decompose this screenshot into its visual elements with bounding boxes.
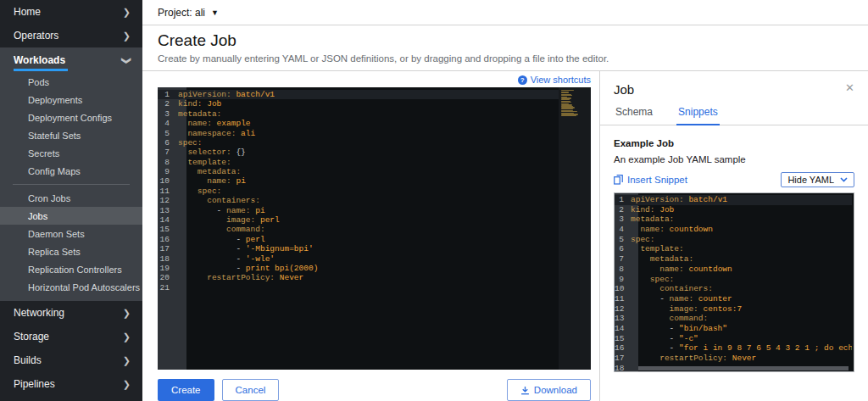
- line-number: 4: [615, 225, 631, 235]
- snippet-actions-row: Insert Snippet Hide YAML: [614, 172, 854, 187]
- code-line[interactable]: 4 name: countdown: [615, 225, 852, 235]
- line-number: 5: [158, 129, 178, 138]
- code-line[interactable]: 10 name: pi: [158, 176, 559, 186]
- project-selector[interactable]: Project: ali: [158, 7, 205, 19]
- line-number: 7: [158, 148, 178, 157]
- code-line[interactable]: 1apiVersion: batch/v1: [615, 195, 852, 205]
- sidebar-item-home[interactable]: Home❯: [0, 0, 142, 24]
- code-line[interactable]: 5 namespace: ali: [158, 129, 559, 138]
- sidebar-item-cron-jobs[interactable]: Cron Jobs: [0, 189, 142, 207]
- code-line[interactable]: 16 - perl: [158, 235, 559, 244]
- hide-yaml-select[interactable]: Hide YAML: [781, 172, 854, 187]
- sidebar-item-horizontal-pod-autoscalers[interactable]: Horizontal Pod Autoscalers: [0, 278, 142, 296]
- code-line[interactable]: 6 template:: [615, 244, 852, 254]
- sidebar-item-replica-sets[interactable]: Replica Sets: [0, 242, 142, 260]
- code-line[interactable]: 12 containers:: [158, 196, 559, 205]
- sidebar-item-daemon-sets[interactable]: Daemon Sets: [0, 225, 142, 242]
- code-line[interactable]: 14 - "bin/bash": [615, 324, 852, 334]
- download-icon: [520, 386, 530, 395]
- snippet-code-preview[interactable]: 1apiVersion: batch/v12kind: Job3metadata…: [614, 192, 854, 372]
- sidebar-item-label: Workloads: [14, 54, 65, 66]
- line-number: 10: [615, 284, 631, 294]
- code-line[interactable]: 7 selector: {}: [158, 148, 559, 157]
- code-line[interactable]: 5spec:: [615, 235, 852, 245]
- sidebar-item-deployment-configs[interactable]: Deployment Configs: [0, 109, 142, 126]
- sidebar-item-storage[interactable]: Storage❯: [0, 325, 142, 348]
- code-line[interactable]: 9 spec:: [615, 275, 852, 285]
- line-number: 9: [615, 275, 631, 285]
- sidebar-item-deployments[interactable]: Deployments: [0, 91, 142, 109]
- line-number: 6: [158, 138, 178, 148]
- sidebar-item-workloads[interactable]: Workloads ❯: [0, 47, 142, 73]
- chevron-right-icon: ❯: [123, 356, 131, 365]
- line-content: spec:: [178, 138, 559, 148]
- code-line[interactable]: 1apiVersion: batch/v1: [158, 90, 559, 99]
- line-number: 12: [615, 304, 631, 315]
- code-line[interactable]: 18 - '-wle': [158, 254, 559, 264]
- code-line[interactable]: 2kind: Job: [158, 99, 559, 109]
- code-line[interactable]: 20 restartPolicy: Never: [158, 273, 559, 282]
- line-content: name: countdown: [631, 225, 852, 235]
- chevron-right-icon: ❯: [123, 332, 131, 342]
- code-line[interactable]: 17 - '-Mbignum=bpi': [158, 244, 559, 253]
- code-line[interactable]: 8 template:: [158, 158, 559, 167]
- sidebar-item-stateful-sets[interactable]: Stateful Sets: [0, 126, 142, 144]
- line-content: command:: [631, 314, 852, 324]
- line-content: template:: [631, 244, 852, 254]
- horizontal-scrollbar[interactable]: [638, 366, 849, 370]
- code-line[interactable]: 14 image: perl: [158, 215, 559, 225]
- create-button[interactable]: Create: [158, 379, 214, 401]
- code-line[interactable]: 9 metadata:: [158, 167, 559, 176]
- workloads-subitems-group1: PodsDeploymentsDeployment ConfigsStatefu…: [0, 73, 142, 180]
- sidebar-item-builds[interactable]: Builds❯: [0, 348, 142, 372]
- sidebar-item-monitoring[interactable]: Monitoring❯: [0, 396, 142, 401]
- code-line[interactable]: 15 - "-c": [615, 334, 852, 344]
- line-number: 3: [158, 109, 178, 119]
- sidebar-item-replication-controllers[interactable]: Replication Controllers: [0, 260, 142, 278]
- download-button[interactable]: Download: [507, 379, 591, 401]
- editor-minimap[interactable]: [559, 87, 591, 370]
- caret-down-icon[interactable]: ▼: [211, 8, 219, 17]
- sidebar-item-jobs[interactable]: Jobs: [0, 207, 142, 225]
- code-line[interactable]: 15 command:: [158, 225, 559, 234]
- code-line[interactable]: 16 - "for i in 9 8 7 6 5 4 3 2 1 ; do ec…: [615, 343, 852, 354]
- tab-snippets[interactable]: Snippets: [676, 104, 720, 125]
- sidebar-item-secrets[interactable]: Secrets: [0, 144, 142, 162]
- line-content: spec:: [631, 275, 852, 285]
- code-line[interactable]: 8 name: countdown: [615, 265, 852, 275]
- view-shortcuts-link[interactable]: ? View shortcuts: [518, 75, 591, 85]
- chevron-down-icon: [840, 177, 848, 182]
- sidebar-item-operators[interactable]: Operators❯: [0, 24, 142, 47]
- code-line[interactable]: 19 - print bpi(2000): [158, 264, 559, 273]
- download-label: Download: [534, 384, 577, 396]
- sidebar-divider: [13, 184, 130, 185]
- code-line[interactable]: 11 - name: counter: [615, 294, 852, 304]
- yaml-editor[interactable]: 1apiVersion: batch/v12kind: Job3metadata…: [158, 87, 591, 370]
- code-line[interactable]: 17 restartPolicy: Never: [615, 354, 852, 364]
- close-icon[interactable]: ✕: [845, 82, 854, 93]
- code-line[interactable]: 10 containers:: [615, 284, 852, 294]
- code-line[interactable]: 13 command:: [615, 314, 852, 324]
- cancel-button[interactable]: Cancel: [222, 379, 280, 401]
- insert-snippet-link[interactable]: Insert Snippet: [614, 175, 687, 185]
- code-line[interactable]: 6spec:: [158, 138, 559, 148]
- sidebar-item-networking[interactable]: Networking❯: [0, 301, 142, 325]
- code-line[interactable]: 13 - name: pi: [158, 206, 559, 215]
- code-line[interactable]: 7 metadata:: [615, 254, 852, 265]
- line-content: - "for i in 9 8 7 6 5 4 3 2 1 ; do echo …: [631, 343, 852, 354]
- code-line[interactable]: 11 spec:: [158, 187, 559, 196]
- line-content: - '-Mbignum=bpi': [178, 244, 559, 253]
- code-line[interactable]: 3metadata:: [615, 214, 852, 225]
- line-number: 16: [615, 343, 631, 354]
- sidebar-item-config-maps[interactable]: Config Maps: [0, 162, 142, 180]
- line-number: 10: [158, 176, 178, 186]
- code-line[interactable]: 3metadata:: [158, 109, 559, 119]
- code-line[interactable]: 21: [158, 283, 559, 292]
- sidebar-item-pods[interactable]: Pods: [0, 73, 142, 91]
- tab-schema[interactable]: Schema: [614, 104, 654, 125]
- code-line[interactable]: 12 image: centos:7: [615, 304, 852, 315]
- code-line[interactable]: 2kind: Job: [615, 205, 852, 215]
- sidebar-item-pipelines[interactable]: Pipelines❯: [0, 372, 142, 396]
- sidebar-item-label: Pipelines: [14, 378, 55, 390]
- code-line[interactable]: 4 name: example: [158, 119, 559, 128]
